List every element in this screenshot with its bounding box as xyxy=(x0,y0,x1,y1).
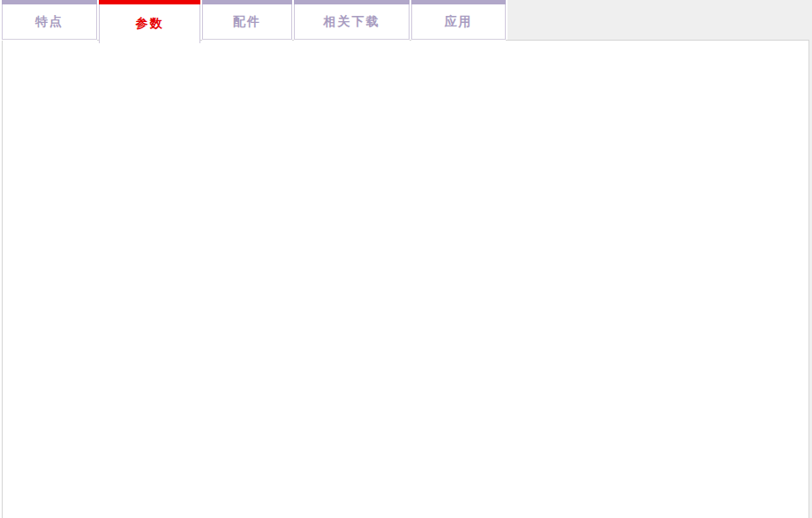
product-spec-page: 特点 参数 配件 相关下载 应用 【W-800 规格参数】↵ ↵ xyxy=(0,0,812,518)
tab-label: 相关下载 xyxy=(324,14,380,30)
content-panel xyxy=(2,40,809,518)
tab-parameters[interactable]: 参数 xyxy=(99,0,200,43)
tab-label: 应用 xyxy=(445,14,473,30)
tab-label: 配件 xyxy=(233,14,261,30)
tab-features[interactable]: 特点 xyxy=(2,0,97,41)
tab-applications[interactable]: 应用 xyxy=(411,0,506,41)
tabbar-background xyxy=(508,0,812,40)
tab-label: 参数 xyxy=(136,16,164,32)
tab-label: 特点 xyxy=(35,14,64,30)
tab-accessories[interactable]: 配件 xyxy=(202,0,292,41)
tab-downloads[interactable]: 相关下载 xyxy=(294,0,410,41)
